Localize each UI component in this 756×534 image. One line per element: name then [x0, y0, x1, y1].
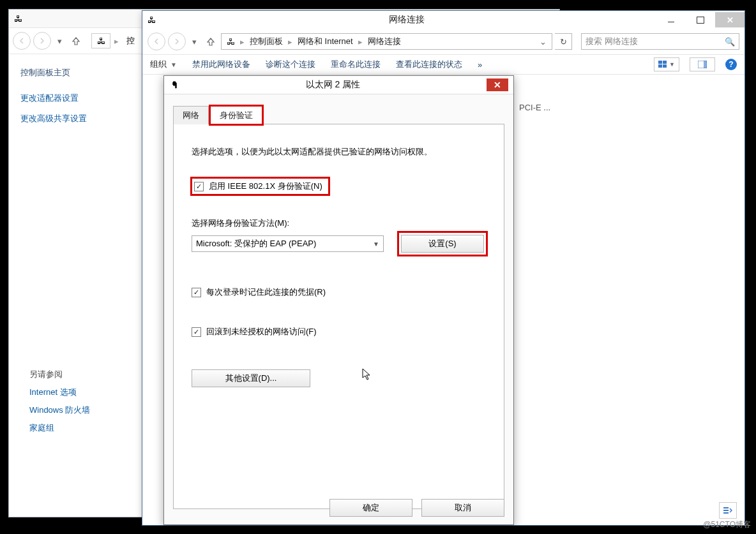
chevron-down-icon[interactable]: ⌄	[536, 37, 550, 47]
breadcrumb-sep: ▸	[113, 36, 120, 46]
forward-button[interactable]	[168, 33, 186, 50]
ok-button[interactable]: 确定	[329, 499, 412, 517]
fallback-label: 回滚到未经授权的网络访问(F)	[206, 326, 317, 337]
explorer-toolbar: 组织 ▼ 禁用此网络设备 诊断这个连接 重命名此连接 查看此连接的状态 » ▼ …	[142, 54, 745, 75]
back-button[interactable]	[147, 33, 165, 50]
up-button[interactable]	[202, 33, 218, 50]
toolbar-view-status[interactable]: 查看此连接的状态	[396, 59, 462, 70]
auth-tab-panel: 选择此选项，以便为此以太网适配器提供已验证的网络访问权限。 启用 IEEE 80…	[173, 124, 504, 509]
maximize-button[interactable]	[686, 12, 715, 27]
see-also-heading: 另请参阅	[29, 369, 90, 380]
history-dropdown-icon[interactable]: ▾	[54, 33, 65, 49]
enable-8021x-label: 启用 IEEE 802.1X 身份验证(N)	[209, 181, 322, 192]
svg-rect-1	[663, 61, 667, 64]
breadcrumb-partial[interactable]: 控	[126, 35, 135, 47]
svg-rect-6	[723, 507, 729, 508]
remember-credentials-row[interactable]: 每次登录时记住此连接的凭据(R)	[192, 286, 486, 298]
toolbar-rename[interactable]: 重命名此连接	[331, 59, 381, 70]
history-dropdown-icon[interactable]: ▾	[188, 33, 200, 50]
remember-credentials-checkbox[interactable]	[192, 288, 201, 297]
link-windows-firewall[interactable]: Windows 防火墙	[29, 404, 90, 416]
svg-rect-2	[658, 64, 662, 68]
fallback-row[interactable]: 回滚到未经授权的网络访问(F)	[192, 326, 486, 337]
chevron-down-icon[interactable]: ▼	[170, 61, 177, 68]
search-placeholder: 搜索 网络连接	[586, 36, 638, 47]
address-icon[interactable]: 🖧	[91, 33, 110, 48]
adapter-icon: 🖣	[169, 80, 179, 90]
dialog-title: 以太网 2 属性	[179, 79, 487, 91]
network-icon: 🖧	[13, 13, 23, 24]
minimize-button[interactable]	[656, 12, 686, 27]
refresh-button[interactable]: ↻	[555, 33, 572, 50]
address-row: ▾ 🖧 ▸ 控制面板 ▸ 网络和 Internet ▸ 网络连接 ⌄ ↻ 搜索 …	[142, 29, 745, 54]
control-panel-sidebar: 控制面板主页 更改适配器设置 更改高级共享设置	[9, 54, 160, 133]
link-sharing-settings[interactable]: 更改高级共享设置	[20, 113, 148, 124]
auth-method-label: 选择网络身份验证方法(M):	[192, 218, 486, 229]
explorer-titlebar: 🖧 网络连接 ✕	[142, 11, 745, 29]
organize-menu[interactable]: 组织	[150, 59, 167, 70]
chevron-down-icon: ▼	[669, 61, 675, 68]
window-title: 网络连接	[156, 14, 656, 26]
link-internet-options[interactable]: Internet 选项	[29, 387, 90, 398]
breadcrumb-seg[interactable]: 网络连接	[364, 36, 405, 47]
search-icon: 🔍	[725, 37, 735, 47]
breadcrumb-seg[interactable]: 控制面板	[246, 36, 287, 47]
forward-button[interactable]	[33, 32, 51, 50]
dialog-titlebar[interactable]: 🖣 以太网 2 属性 ✕	[164, 76, 513, 94]
link-adapter-settings[interactable]: 更改适配器设置	[20, 93, 148, 104]
back-button[interactable]	[13, 32, 31, 50]
svg-rect-7	[723, 510, 729, 511]
eap-settings-button[interactable]: 设置(S)	[401, 235, 484, 253]
control-panel-heading: 控制面板主页	[20, 67, 148, 78]
auth-method-value: Microsoft: 受保护的 EAP (PEAP)	[196, 238, 316, 249]
svg-rect-0	[658, 61, 662, 64]
tab-network[interactable]: 网络	[173, 106, 209, 124]
close-button[interactable]: ✕	[715, 12, 745, 27]
preview-pane-button[interactable]	[690, 57, 715, 71]
watermark: @51CTO博客	[703, 519, 751, 530]
svg-rect-5	[704, 61, 707, 68]
auth-method-combobox[interactable]: Microsoft: 受保护的 EAP (PEAP) ▼	[192, 235, 384, 252]
enable-8021x-checkbox[interactable]	[194, 182, 204, 191]
fallback-checkbox[interactable]	[192, 327, 201, 337]
see-also-section: 另请参阅 Internet 选项 Windows 防火墙 家庭组	[29, 369, 90, 440]
chevron-down-icon: ▼	[373, 241, 379, 248]
help-button[interactable]: ?	[725, 59, 737, 70]
tab-authentication[interactable]: 身份验证	[210, 106, 262, 124]
address-bar[interactable]: 🖧 ▸ 控制面板 ▸ 网络和 Internet ▸ 网络连接 ⌄	[221, 33, 552, 50]
search-input[interactable]: 搜索 网络连接 🔍	[581, 33, 739, 50]
enable-8021x-row[interactable]: 启用 IEEE 802.1X 身份验证(N)	[192, 178, 329, 195]
auth-intro-text: 选择此选项，以便为此以太网适配器提供已验证的网络访问权限。	[192, 146, 486, 158]
network-icon: 🖧	[146, 15, 156, 25]
toolbar-diagnose[interactable]: 诊断这个连接	[266, 59, 315, 70]
toolbar-overflow[interactable]: »	[478, 60, 482, 70]
close-button[interactable]: ✕	[487, 78, 508, 91]
overflow-menu-button[interactable]	[719, 502, 737, 519]
remember-credentials-label: 每次登录时记住此连接的凭据(R)	[206, 286, 326, 298]
additional-settings-button[interactable]: 其他设置(D)...	[192, 369, 310, 387]
toolbar-disable-device[interactable]: 禁用此网络设备	[192, 59, 250, 70]
ethernet-properties-dialog: 🖣 以太网 2 属性 ✕ 网络 身份验证 选择此选项，以便为此以太网适配器提供已…	[163, 75, 514, 525]
up-button[interactable]	[68, 33, 84, 49]
breadcrumb-seg[interactable]: 网络和 Internet	[294, 36, 357, 47]
view-options-button[interactable]: ▼	[654, 57, 679, 71]
link-homegroup[interactable]: 家庭组	[29, 422, 90, 434]
svg-rect-8	[723, 512, 729, 514]
tabstrip: 网络 身份验证	[173, 106, 504, 124]
address-icon: 🖧	[223, 37, 239, 47]
cancel-button[interactable]: 取消	[421, 499, 504, 517]
adapter-detail: PCI-E ...	[519, 103, 550, 112]
svg-rect-3	[663, 64, 667, 68]
